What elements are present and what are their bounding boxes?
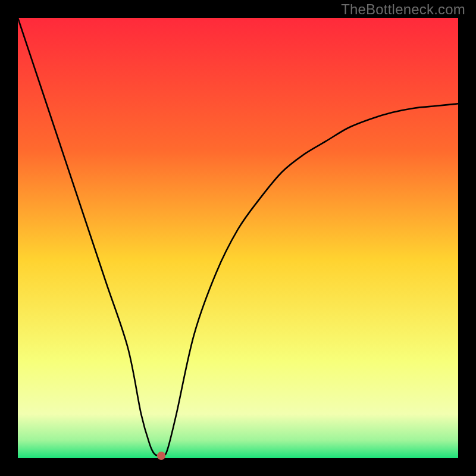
watermark-text: TheBottleneck.com — [341, 1, 465, 18]
optimal-point-marker — [157, 452, 165, 460]
plot-area — [18, 18, 458, 458]
bottleneck-curve — [18, 18, 458, 458]
chart-frame: TheBottleneck.com — [0, 0, 476, 476]
